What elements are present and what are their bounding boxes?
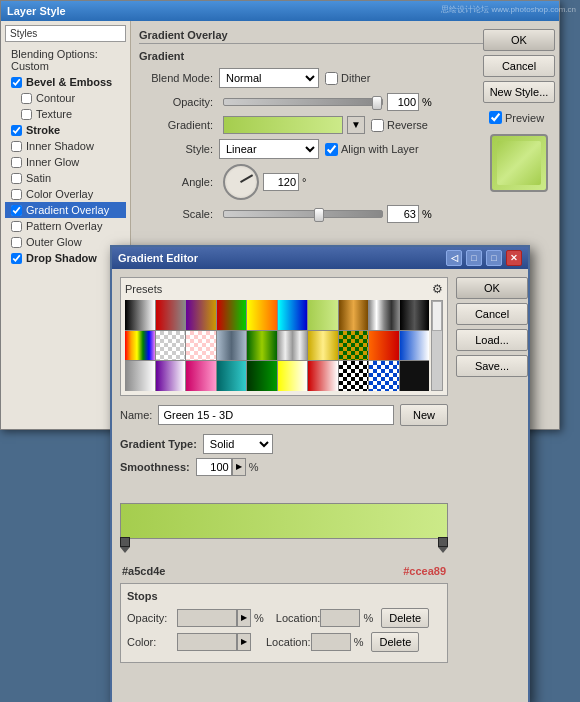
stops-color-arrow[interactable]: ▶: [237, 633, 251, 651]
gradient-overlay-checkbox[interactable]: [11, 205, 22, 216]
new-style-button[interactable]: New Style...: [483, 81, 555, 103]
satin-checkbox[interactable]: [11, 173, 22, 184]
preset-13[interactable]: [186, 331, 216, 361]
preset-9[interactable]: [369, 300, 399, 330]
sidebar-item-gradient-overlay[interactable]: Gradient Overlay: [5, 202, 126, 218]
left-color-stop[interactable]: [120, 537, 130, 553]
ge-ok-button[interactable]: OK: [456, 277, 528, 299]
opacity-slider[interactable]: [223, 98, 383, 106]
preset-22[interactable]: [156, 361, 186, 391]
reverse-checkbox[interactable]: [371, 119, 384, 132]
preset-7[interactable]: [308, 300, 338, 330]
angle-input[interactable]: [263, 173, 299, 191]
sidebar-item-satin[interactable]: Satin: [5, 170, 126, 186]
preset-21[interactable]: [125, 361, 155, 391]
preset-28[interactable]: [339, 361, 369, 391]
stops-opacity-delete-button[interactable]: Delete: [381, 608, 429, 628]
titlebar-icon-3[interactable]: □: [486, 250, 502, 266]
outer-glow-checkbox[interactable]: [11, 237, 22, 248]
preset-16[interactable]: [278, 331, 308, 361]
blend-mode-select[interactable]: Normal: [219, 68, 319, 88]
ge-cancel-button[interactable]: Cancel: [456, 303, 528, 325]
sidebar-item-drop-shadow[interactable]: Drop Shadow: [5, 250, 126, 266]
color-overlay-checkbox[interactable]: [11, 189, 22, 200]
preset-30[interactable]: [400, 361, 430, 391]
preset-5[interactable]: [247, 300, 277, 330]
preset-12[interactable]: [156, 331, 186, 361]
ge-save-button[interactable]: Save...: [456, 355, 528, 377]
sidebar-item-texture[interactable]: Texture: [5, 106, 126, 122]
stops-color-input[interactable]: [177, 633, 237, 651]
stops-color-delete-button[interactable]: Delete: [371, 632, 419, 652]
preset-6[interactable]: [278, 300, 308, 330]
stops-color-location-input[interactable]: [311, 633, 351, 651]
preset-8[interactable]: [339, 300, 369, 330]
left-stop-body[interactable]: [120, 537, 130, 547]
preset-1[interactable]: [125, 300, 155, 330]
preset-14[interactable]: [217, 331, 247, 361]
presets-gear-icon[interactable]: ⚙: [432, 282, 443, 296]
smoothness-arrow[interactable]: ▶: [232, 458, 246, 476]
preset-19[interactable]: [369, 331, 399, 361]
sidebar-item-inner-shadow[interactable]: Inner Shadow: [5, 138, 126, 154]
inner-shadow-checkbox[interactable]: [11, 141, 22, 152]
preset-17[interactable]: [308, 331, 338, 361]
preset-29[interactable]: [369, 361, 399, 391]
opacity-input[interactable]: [387, 93, 419, 111]
texture-checkbox[interactable]: [21, 109, 32, 120]
sidebar-item-outer-glow[interactable]: Outer Glow: [5, 234, 126, 250]
sidebar-item-inner-glow[interactable]: Inner Glow: [5, 154, 126, 170]
color-stops-area[interactable]: [120, 539, 448, 553]
titlebar-icon-1[interactable]: ◁: [446, 250, 462, 266]
gradient-bar[interactable]: [120, 503, 448, 539]
titlebar-icon-2[interactable]: □: [466, 250, 482, 266]
preset-27[interactable]: [308, 361, 338, 391]
sidebar-item-stroke[interactable]: Stroke: [5, 122, 126, 138]
name-input[interactable]: [158, 405, 394, 425]
style-select[interactable]: Linear: [219, 139, 319, 159]
preview-checkbox[interactable]: [489, 111, 502, 124]
right-color-stop[interactable]: [438, 537, 448, 553]
sidebar-item-pattern-overlay[interactable]: Pattern Overlay: [5, 218, 126, 234]
stroke-checkbox[interactable]: [11, 125, 22, 136]
preset-2[interactable]: [156, 300, 186, 330]
preset-23[interactable]: [186, 361, 216, 391]
gradient-dropdown-arrow[interactable]: ▼: [347, 116, 365, 134]
ge-load-button[interactable]: Load...: [456, 329, 528, 351]
dither-checkbox[interactable]: [325, 72, 338, 85]
stops-opacity-location-input[interactable]: [320, 609, 360, 627]
scrollbar-thumb[interactable]: [432, 301, 442, 331]
preset-26[interactable]: [278, 361, 308, 391]
right-stop-body[interactable]: [438, 537, 448, 547]
contour-checkbox[interactable]: [21, 93, 32, 104]
preset-24[interactable]: [217, 361, 247, 391]
scale-input[interactable]: [387, 205, 419, 223]
scale-slider[interactable]: [223, 210, 383, 218]
stops-opacity-input[interactable]: [177, 609, 237, 627]
smoothness-input[interactable]: [196, 458, 232, 476]
drop-shadow-checkbox[interactable]: [11, 253, 22, 264]
preset-18[interactable]: [339, 331, 369, 361]
presets-scrollbar[interactable]: [431, 300, 443, 391]
align-layer-checkbox[interactable]: [325, 143, 338, 156]
preset-11[interactable]: [125, 331, 155, 361]
preset-4[interactable]: [217, 300, 247, 330]
preset-15[interactable]: [247, 331, 277, 361]
inner-glow-checkbox[interactable]: [11, 157, 22, 168]
angle-dial[interactable]: [223, 164, 259, 200]
opacity-slider-thumb[interactable]: [372, 96, 382, 110]
gradient-type-select[interactable]: Solid: [203, 434, 273, 454]
opacity-stops-area[interactable]: [120, 489, 448, 503]
scale-slider-thumb[interactable]: [314, 208, 324, 222]
preset-3[interactable]: [186, 300, 216, 330]
bevel-checkbox[interactable]: [11, 77, 22, 88]
gradient-preview[interactable]: [223, 116, 343, 134]
sidebar-item-contour[interactable]: Contour: [5, 90, 126, 106]
sidebar-item-blending[interactable]: Blending Options: Custom: [5, 46, 126, 74]
pattern-overlay-checkbox[interactable]: [11, 221, 22, 232]
stops-opacity-arrow[interactable]: ▶: [237, 609, 251, 627]
ok-button[interactable]: OK: [483, 29, 555, 51]
cancel-button[interactable]: Cancel: [483, 55, 555, 77]
sidebar-item-bevel[interactable]: Bevel & Emboss: [5, 74, 126, 90]
preset-10[interactable]: [400, 300, 430, 330]
